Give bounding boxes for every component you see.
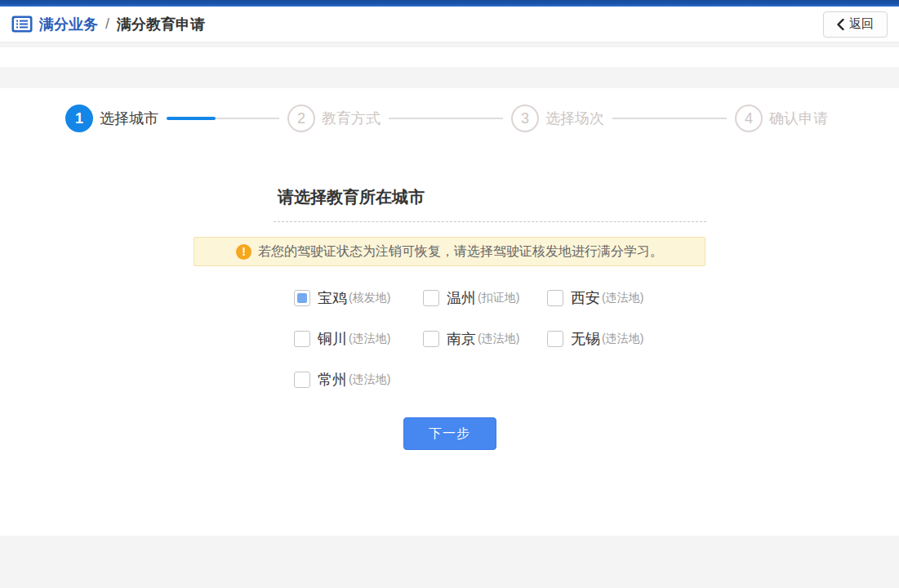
city-option-xian[interactable]: 西安 (违法地) bbox=[547, 278, 694, 318]
sub-header-band bbox=[0, 47, 899, 67]
step-4-label: 确认申请 bbox=[769, 109, 828, 128]
section-title: 请选择教育所在城市 bbox=[274, 186, 706, 208]
checkbox[interactable] bbox=[547, 331, 563, 347]
checkbox[interactable] bbox=[547, 290, 563, 306]
city-option-nanjing[interactable]: 南京 (违法地) bbox=[423, 318, 547, 359]
city-tag: (违法地) bbox=[349, 372, 390, 387]
breadcrumb: 满分业务 / 满分教育申请 bbox=[11, 15, 205, 34]
step-connector-2 bbox=[389, 118, 503, 119]
city-tag: (违法地) bbox=[478, 332, 519, 346]
city-name: 宝鸡 bbox=[318, 288, 347, 308]
step-1-label: 选择城市 bbox=[100, 109, 158, 128]
city-tag: (违法地) bbox=[349, 332, 390, 346]
next-button[interactable]: 下一步 bbox=[403, 417, 496, 450]
top-blue-strip bbox=[0, 0, 899, 7]
notice-text: 若您的驾驶证状态为注销可恢复，请选择驾驶证核发地进行满分学习。 bbox=[258, 243, 663, 261]
step-4-circle: 4 bbox=[735, 105, 763, 132]
header-bar: 满分业务 / 满分教育申请 返回 bbox=[0, 7, 899, 42]
city-name: 温州 bbox=[447, 288, 476, 308]
checkbox[interactable] bbox=[294, 331, 310, 347]
city-tag: (核发地) bbox=[349, 291, 390, 305]
step-2-circle: 2 bbox=[287, 105, 315, 132]
city-name: 无锡 bbox=[571, 329, 600, 349]
city-name: 西安 bbox=[571, 288, 600, 308]
list-icon bbox=[11, 16, 33, 33]
main-panel: 1 选择城市 2 教育方式 3 选择场次 4 确认申请 请选择教育所在城市 ! … bbox=[0, 88, 899, 536]
checkbox[interactable] bbox=[423, 290, 439, 306]
section-title-block: 请选择教育所在城市 bbox=[274, 186, 706, 222]
step-3-circle: 3 bbox=[511, 105, 539, 132]
city-tag: (扣证地) bbox=[478, 291, 519, 305]
checkbox[interactable] bbox=[294, 372, 310, 388]
city-name: 南京 bbox=[447, 329, 476, 349]
checkbox[interactable] bbox=[294, 290, 310, 306]
spacer-band bbox=[0, 67, 899, 88]
step-1-circle: 1 bbox=[65, 105, 93, 132]
step-3-label: 选择场次 bbox=[545, 109, 604, 128]
back-button[interactable]: 返回 bbox=[823, 11, 888, 38]
city-option-wenzhou[interactable]: 温州 (扣证地) bbox=[423, 278, 547, 318]
city-option-tongchuan[interactable]: 铜川 (违法地) bbox=[294, 318, 423, 359]
breadcrumb-separator: / bbox=[105, 16, 109, 33]
step-connector-3 bbox=[612, 118, 727, 119]
exclamation-icon: ! bbox=[236, 244, 251, 260]
back-button-label: 返回 bbox=[849, 16, 874, 32]
city-option-baoji[interactable]: 宝鸡 (核发地) bbox=[294, 278, 423, 318]
step-2-label: 教育方式 bbox=[322, 109, 381, 128]
page-title: 满分教育申请 bbox=[117, 15, 205, 34]
city-tag: (违法地) bbox=[602, 332, 643, 346]
city-name: 铜川 bbox=[318, 329, 347, 349]
notice-banner: ! 若您的驾驶证状态为注销可恢复，请选择驾驶证核发地进行满分学习。 bbox=[194, 237, 705, 266]
city-name: 常州 bbox=[318, 370, 347, 390]
step-connector-1 bbox=[167, 117, 279, 120]
stepper: 1 选择城市 2 教育方式 3 选择场次 4 确认申请 bbox=[0, 88, 899, 132]
app-title[interactable]: 满分业务 bbox=[39, 15, 98, 34]
checkbox[interactable] bbox=[423, 331, 439, 347]
city-tag: (违法地) bbox=[602, 291, 643, 305]
city-options-grid: 宝鸡 (核发地) 温州 (扣证地) 西安 (违法地) 铜川 (违法地) 南京 (… bbox=[294, 278, 899, 400]
city-option-changzhou[interactable]: 常州 (违法地) bbox=[294, 359, 423, 400]
city-option-wuxi[interactable]: 无锡 (违法地) bbox=[547, 318, 694, 359]
chevron-left-icon bbox=[837, 19, 844, 30]
